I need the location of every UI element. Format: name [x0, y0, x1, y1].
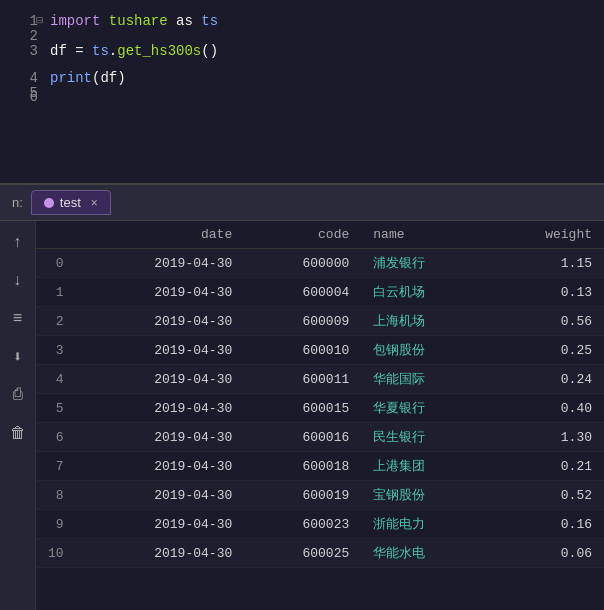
download-button[interactable]: ⬇: [4, 343, 32, 371]
cell-weight: 0.21: [487, 452, 604, 481]
cell-idx: 9: [36, 510, 76, 539]
col-header-name: name: [361, 221, 487, 249]
cell-code: 600018: [244, 452, 361, 481]
cell-code: 600023: [244, 510, 361, 539]
cell-code: 600025: [244, 539, 361, 568]
cell-weight: 0.16: [487, 510, 604, 539]
cell-weight: 0.52: [487, 481, 604, 510]
code-line-3: 3 df = ts.get_hs300s(): [0, 38, 604, 64]
cell-name: 白云机场: [361, 278, 487, 307]
cell-code: 600000: [244, 249, 361, 278]
cell-idx: 8: [36, 481, 76, 510]
cell-idx: 6: [36, 423, 76, 452]
table-row: 2 2019-04-30 600009 上海机场 0.56: [36, 307, 604, 336]
cell-idx: 2: [36, 307, 76, 336]
cell-date: 2019-04-30: [76, 249, 245, 278]
cell-weight: 0.24: [487, 365, 604, 394]
tab-label: test: [60, 195, 81, 210]
table-row: 7 2019-04-30 600018 上港集团 0.21: [36, 452, 604, 481]
cell-date: 2019-04-30: [76, 307, 245, 336]
cell-idx: 4: [36, 365, 76, 394]
delete-button[interactable]: 🗑: [4, 419, 32, 447]
code-editor: ⊟ 1 import tushare as ts 2 3 df = ts.get…: [0, 0, 604, 185]
code-line-4: 4 print(df): [0, 65, 604, 91]
cell-name: 华夏银行: [361, 394, 487, 423]
cell-date: 2019-04-30: [76, 394, 245, 423]
cell-name: 华能水电: [361, 539, 487, 568]
cell-date: 2019-04-30: [76, 365, 245, 394]
tab-prefix-label: n:: [4, 195, 31, 210]
col-header-code: code: [244, 221, 361, 249]
table-row: 10 2019-04-30 600025 华能水电 0.06: [36, 539, 604, 568]
tab-test[interactable]: test ×: [31, 190, 111, 215]
table-row: 8 2019-04-30 600019 宝钢股份 0.52: [36, 481, 604, 510]
table-row: 6 2019-04-30 600016 民生银行 1.30: [36, 423, 604, 452]
table-row: 1 2019-04-30 600004 白云机场 0.13: [36, 278, 604, 307]
cell-code: 600019: [244, 481, 361, 510]
print-button[interactable]: ⎙: [4, 381, 32, 409]
code-line-1: ⊟ 1 import tushare as ts: [0, 8, 604, 34]
cell-idx: 5: [36, 394, 76, 423]
cell-weight: 0.40: [487, 394, 604, 423]
cell-weight: 0.25: [487, 336, 604, 365]
cell-weight: 0.13: [487, 278, 604, 307]
col-header-date: date: [76, 221, 245, 249]
code-line-6: 6: [0, 95, 604, 99]
menu-button[interactable]: ≡: [4, 305, 32, 333]
col-header-idx: [36, 221, 76, 249]
cell-name: 浦发银行: [361, 249, 487, 278]
cell-code: 600004: [244, 278, 361, 307]
cell-code: 600011: [244, 365, 361, 394]
data-table-container[interactable]: date code name weight 0 2019-04-30 60000…: [36, 221, 604, 610]
cell-idx: 1: [36, 278, 76, 307]
cell-date: 2019-04-30: [76, 336, 245, 365]
scroll-up-button[interactable]: ↑: [4, 229, 32, 257]
table-row: 3 2019-04-30 600010 包钢股份 0.25: [36, 336, 604, 365]
cell-code: 600009: [244, 307, 361, 336]
cell-date: 2019-04-30: [76, 278, 245, 307]
cell-weight: 0.56: [487, 307, 604, 336]
cell-name: 民生银行: [361, 423, 487, 452]
cell-idx: 10: [36, 539, 76, 568]
table-row: 0 2019-04-30 600000 浦发银行 1.15: [36, 249, 604, 278]
cell-name: 宝钢股份: [361, 481, 487, 510]
scroll-down-button[interactable]: ↓: [4, 267, 32, 295]
table-row: 5 2019-04-30 600015 华夏银行 0.40: [36, 394, 604, 423]
cell-idx: 7: [36, 452, 76, 481]
data-section: ↑ ↓ ≡ ⬇ ⎙ 🗑 date code name weight 0 2019…: [0, 221, 604, 610]
cell-name: 上海机场: [361, 307, 487, 336]
table-row: 9 2019-04-30 600023 浙能电力 0.16: [36, 510, 604, 539]
cell-date: 2019-04-30: [76, 423, 245, 452]
cell-name: 浙能电力: [361, 510, 487, 539]
cell-name: 华能国际: [361, 365, 487, 394]
tab-close-button[interactable]: ×: [91, 196, 98, 210]
cell-idx: 3: [36, 336, 76, 365]
cell-code: 600010: [244, 336, 361, 365]
side-toolbar: ↑ ↓ ≡ ⬇ ⎙ 🗑: [0, 221, 36, 610]
cell-weight: 1.30: [487, 423, 604, 452]
cell-weight: 0.06: [487, 539, 604, 568]
cell-name: 上港集团: [361, 452, 487, 481]
cell-code: 600015: [244, 394, 361, 423]
tab-bar: n: test ×: [0, 185, 604, 221]
col-header-weight: weight: [487, 221, 604, 249]
data-table: date code name weight 0 2019-04-30 60000…: [36, 221, 604, 568]
tab-dot-icon: [44, 198, 54, 208]
cell-name: 包钢股份: [361, 336, 487, 365]
table-header-row: date code name weight: [36, 221, 604, 249]
cell-date: 2019-04-30: [76, 539, 245, 568]
cell-idx: 0: [36, 249, 76, 278]
cell-code: 600016: [244, 423, 361, 452]
cell-weight: 1.15: [487, 249, 604, 278]
cell-date: 2019-04-30: [76, 481, 245, 510]
cell-date: 2019-04-30: [76, 452, 245, 481]
cell-date: 2019-04-30: [76, 510, 245, 539]
table-row: 4 2019-04-30 600011 华能国际 0.24: [36, 365, 604, 394]
